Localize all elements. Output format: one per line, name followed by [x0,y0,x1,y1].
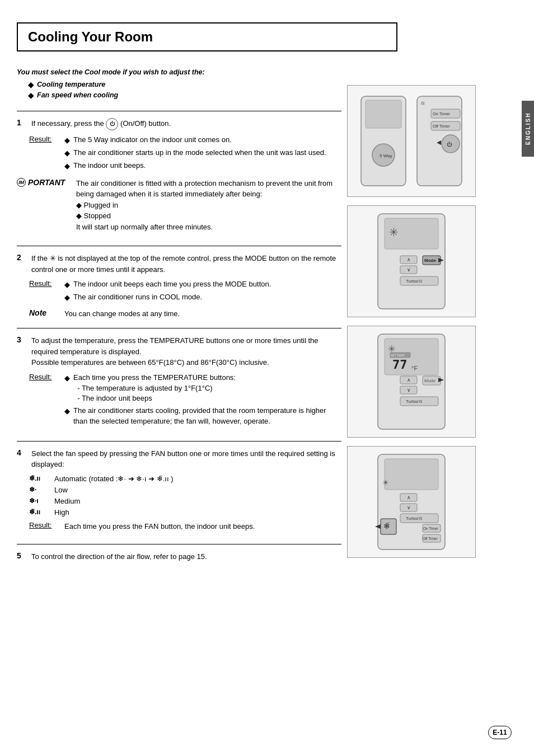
svg-text:Off Timer: Off Timer [423,537,438,541]
step-4-text: Select the fan speed by pressing the FAN… [31,448,341,470]
svg-text:∧: ∧ [407,257,411,262]
fan-row-medium: ❄·ı Medium [29,497,341,505]
fan-label-low: Low [54,486,68,494]
step-5-text: To control the direction of the air flow… [31,551,341,562]
svg-text:Turbo/⊙: Turbo/⊙ [406,279,423,284]
result-bullets-3: ◆ Each time you press the TEMPERATURE bu… [64,373,341,429]
step-2-note: Note You can change modes at any time. [29,308,341,320]
step-4-num: 4 [17,448,29,457]
result-bullets-1: ◆ The 5 Way indicator on the indoor unit… [64,135,341,173]
page-title-box: Cooling Your Room [17,22,397,51]
result-bullet-2-2: ◆ The air conditioner runs in COOL mode. [64,292,341,303]
step-3-result: Result: ◆ Each time you press the TEMPER… [29,373,341,429]
note-label: Note [29,308,60,317]
side-tab-label: ENGLISH [525,112,531,145]
step-3-section: 3 To adjust the temperature, press the T… [17,328,341,436]
result-text-4: Each time you press the FAN button, the … [64,521,255,532]
svg-text:Mode: Mode [424,378,436,383]
svg-text:∨: ∨ [407,267,411,273]
step-1-text: If necessary, press the ⏻ (On/Off) butto… [31,118,341,130]
step-1-result: Result: ◆ The 5 Way indicator on the ind… [29,135,341,173]
intro-bullet-1: ◆ Cooling temperature [28,81,341,89]
fan-row-auto: ❄̈.ıı Automatic (rotated :❄· ➜ ❄·ı ➜ ❄̈.… [29,475,341,483]
step-5-row: 5 To control the direction of the air fl… [17,551,341,562]
svg-rect-42 [385,459,438,490]
svg-text:Mode: Mode [424,258,436,263]
diagram-3: ✳ SET TEMP 77 °F Mode ∧ ∨ [347,326,476,438]
svg-text:5 Way: 5 Way [380,153,392,158]
svg-text:☀: ☀ [382,478,389,487]
page-number-text: E-11 [493,729,507,736]
side-language-tab: ENGLISH [522,101,534,157]
svg-text:SET  TEMP: SET TEMP [391,354,405,357]
fan-label-medium: Medium [54,497,80,505]
intro-bullet-2: ◆ Fan speed when cooling [28,91,341,100]
important-circle-icon: IM [17,178,26,187]
bullet-icon-1: ◆ [28,81,34,89]
step-4-result: Result: Each time you press the FAN butt… [29,521,341,532]
diagram-2-svg: ✳ Mode ∧ ∨ Turbo/⊙ [350,208,473,314]
main-content: You must select the Cool mode if you wis… [17,68,341,576]
svg-text:°F: °F [411,365,418,372]
step-3-num: 3 [17,335,29,344]
diagram-4: ∧ ∨ Turbo/⊙ ❄̈ On Timer Off T [347,446,476,558]
intro-label: You must select the Cool mode if you wis… [17,68,341,76]
svg-text:77: 77 [392,358,407,372]
step-2-row: 2 If the ✳ is not displayed at the top o… [17,253,341,275]
svg-text:On Timer: On Timer [423,527,439,530]
result-label-4: Result: [29,521,60,529]
note-text: You can change modes at any time. [64,308,180,320]
diagram-1: 5 Way On Timer Off Timer ⏻ [347,85,476,197]
step-2-text: If the ✳ is not displayed at the top of … [31,253,341,275]
intro-section: You must select the Cool mode if you wis… [17,68,341,100]
important-box: IM PORTANT The air conditioner is fitted… [17,178,341,233]
svg-text:⏻: ⏻ [447,142,452,147]
onoff-button-icon: ⏻ [106,118,118,130]
svg-text:Turbo/⊙: Turbo/⊙ [406,516,423,521]
result-bullet-3-1: ◆ Each time you press the TEMPERATURE bu… [64,373,341,405]
step-3-row: 3 To adjust the temperature, press the T… [17,335,341,368]
fan-icon-high: ❄̈.ıı [29,508,54,516]
diagram-3-svg: ✳ SET TEMP 77 °F Mode ∧ ∨ [350,328,473,435]
fan-speed-table: ❄̈.ıı Automatic (rotated :❄· ➜ ❄·ı ➜ ❄̈.… [29,475,341,516]
svg-text:⊟: ⊟ [421,101,425,106]
svg-text:✳: ✳ [388,344,395,354]
page-title: Cooling Your Room [28,29,386,45]
svg-text:On Timer: On Timer [433,111,450,116]
step-1-num: 1 [17,118,29,127]
svg-text:Off Timer: Off Timer [433,124,450,129]
step-2-result: Result: ◆ The indoor unit beeps each tim… [29,279,341,305]
svg-text:∧: ∧ [407,377,411,383]
important-text: The air conditioner is fitted with a pro… [76,178,341,233]
step-5-num: 5 [17,551,29,560]
step-1-row: 1 If necessary, press the ⏻ (On/Off) but… [17,118,341,130]
diagram-4-svg: ∧ ∨ Turbo/⊙ ❄̈ On Timer Off T [350,449,473,555]
svg-text:∨: ∨ [407,387,411,393]
svg-rect-1 [366,100,401,128]
step-3-text: To adjust the temperature, press the TEM… [31,335,341,368]
svg-text:∨: ∨ [407,505,411,510]
step-5-section: 5 To control the direction of the air fl… [17,544,341,571]
fan-row-low: ❄· Low [29,486,341,494]
result-label-3: Result: [29,373,60,381]
important-label: IM PORTANT [17,178,73,187]
result-bullet-2-1: ◆ The indoor unit beeps each time you pr… [64,279,341,290]
fan-row-high: ❄̈.ıı High [29,508,341,516]
step-4-section: 4 Select the fan speed by pressing the F… [17,441,341,540]
right-diagrams: 5 Way On Timer Off Timer ⏻ [347,68,481,576]
svg-text:Turbo/⊙: Turbo/⊙ [406,399,423,404]
result-label-1: Result: [29,135,60,143]
svg-text:✳: ✳ [389,226,399,238]
result-bullet-1-1: ◆ The 5 Way indicator on the indoor unit… [64,135,341,146]
step-2-num: 2 [17,253,29,262]
result-bullet-3-2: ◆ The air conditioner starts cooling, pr… [64,406,341,427]
step-2-section: 2 If the ✳ is not displayed at the top o… [17,246,341,323]
bullet-icon-2: ◆ [28,91,34,100]
page-number: E-11 [488,726,512,739]
fan-icon-medium: ❄·ı [29,497,54,505]
fan-icon-auto: ❄̈.ıı [29,475,54,482]
diagram-1-svg: 5 Way On Timer Off Timer ⏻ [350,88,473,194]
fan-icon-low: ❄· [29,486,54,494]
fan-label-auto: Automatic (rotated :❄· ➜ ❄·ı ➜ ❄̈.ıı ) [54,475,174,483]
result-bullet-1-2: ◆ The air conditioner starts up in the m… [64,148,341,159]
